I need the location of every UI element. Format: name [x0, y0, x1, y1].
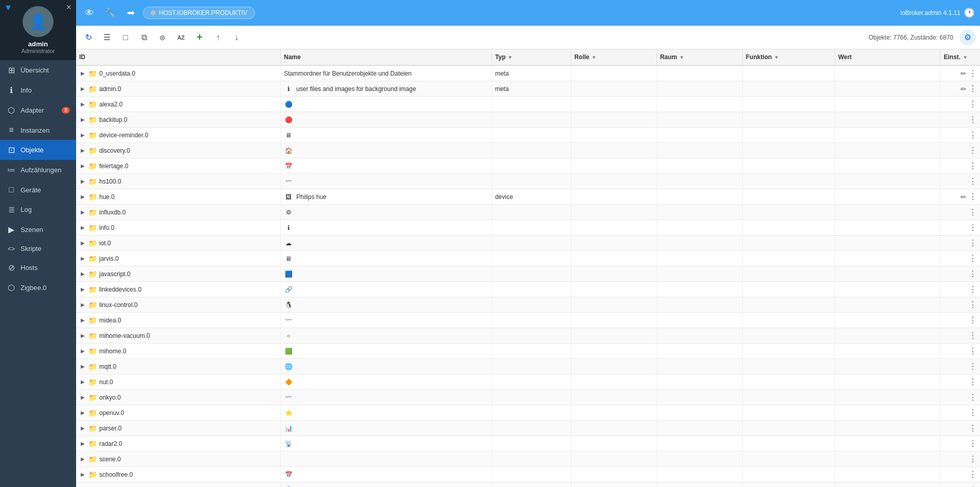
expand-btn[interactable]: ▶	[79, 132, 86, 139]
expand-btn[interactable]: ▶	[79, 286, 86, 293]
sidebar-item-info[interactable]: ℹ Info	[0, 80, 76, 100]
copy-btn[interactable]: ⧉	[136, 29, 152, 46]
expand-btn[interactable]: ▶	[79, 163, 86, 170]
expand-btn[interactable]: ▶	[79, 147, 86, 154]
row-id: linkeddevices.0	[99, 286, 141, 293]
sidebar-item-objekte[interactable]: ⊡ Objekte	[0, 140, 76, 160]
edit-btn[interactable]: ✏	[960, 69, 967, 78]
wrench-icon-btn[interactable]: 🔧	[102, 5, 118, 21]
delete-btn[interactable]: ⋮	[969, 192, 977, 202]
sidebar-label-uebersicht: Übersicht	[21, 66, 49, 74]
delete-btn[interactable]: ⋮	[969, 315, 977, 325]
expand-btn[interactable]: ▶	[79, 270, 86, 278]
add-btn[interactable]: +	[191, 29, 208, 46]
sidebar-item-uebersicht[interactable]: ⊞ Übersicht	[0, 60, 76, 80]
delete-btn[interactable]: ⋮	[969, 392, 977, 402]
expand-btn[interactable]: ▶	[79, 209, 86, 216]
expand-btn[interactable]: ▶	[79, 116, 86, 123]
th-rolle[interactable]: Rolle ▼	[571, 49, 657, 65]
expand-btn[interactable]: ▶	[79, 332, 86, 339]
delete-btn[interactable]: ⋮	[969, 238, 977, 248]
row-raum	[657, 282, 742, 297]
download-btn[interactable]: ↓	[228, 29, 245, 46]
expand-btn[interactable]: ▶	[79, 85, 86, 93]
th-funktion[interactable]: Funktion ▼	[742, 49, 835, 65]
delete-btn[interactable]: ⋮	[969, 99, 977, 109]
delete-btn[interactable]: ⋮	[969, 130, 977, 140]
delete-btn[interactable]: ⋮	[969, 68, 977, 78]
delete-btn[interactable]: ⋮	[969, 84, 977, 94]
topbar-clock-icon[interactable]: 🕐	[964, 7, 975, 19]
sidebar-label-objekte: Objekte	[21, 146, 44, 154]
expand-btn[interactable]: ▶	[79, 425, 86, 432]
sort-az-btn[interactable]: AZ	[173, 29, 189, 46]
delete-btn[interactable]: ⋮	[969, 331, 977, 340]
delete-btn[interactable]: ⋮	[969, 176, 977, 186]
expand-btn[interactable]: ▶	[79, 317, 86, 324]
th-einst[interactable]: Einst. ▼	[940, 49, 980, 65]
host-select-btn[interactable]: HOST.IOBROKER.PRODUKTIV	[143, 7, 255, 19]
delete-btn[interactable]: ⋮	[969, 146, 977, 155]
delete-btn[interactable]: ⋮	[969, 408, 977, 418]
logout-icon-btn[interactable]: ➡	[122, 5, 139, 21]
expand-btn[interactable]: ▶	[79, 456, 86, 463]
expand-btn[interactable]: ▶	[79, 348, 86, 355]
expand-btn[interactable]: ▶	[79, 101, 86, 108]
refresh-btn[interactable]: ↻	[80, 29, 97, 46]
expand-btn[interactable]: ▶	[79, 378, 86, 386]
th-raum[interactable]: Raum ▼	[657, 49, 742, 65]
expand-btn[interactable]: ▶	[79, 70, 86, 77]
sidebar-item-hosts[interactable]: ⊘ Hosts	[0, 258, 76, 278]
table-row: ▶ 📁 alexa2.0 🔵 ⋮	[76, 97, 980, 112]
delete-btn[interactable]: ⋮	[969, 454, 977, 464]
sidebar-item-zigbee[interactable]: ⬡ Zigbee.0	[0, 278, 76, 298]
delete-btn[interactable]: ⋮	[969, 115, 977, 124]
delete-btn[interactable]: ⋮	[969, 300, 977, 310]
expand-btn[interactable]: ▶	[79, 255, 86, 262]
sidebar-item-log[interactable]: ≣ Log	[0, 200, 76, 220]
eye-icon-btn[interactable]: 👁	[81, 5, 98, 21]
delete-btn[interactable]: ⋮	[969, 207, 977, 217]
delete-btn[interactable]: ⋮	[969, 284, 977, 294]
th-typ[interactable]: Typ ▼	[492, 49, 571, 65]
expand-btn[interactable]: ▶	[79, 178, 86, 185]
delete-btn[interactable]: ⋮	[969, 362, 977, 371]
row-funktion	[742, 313, 835, 328]
upload-btn[interactable]: ↑	[210, 29, 226, 46]
delete-btn[interactable]: ⋮	[969, 423, 977, 433]
sidebar-close-btn[interactable]: ✕	[66, 3, 72, 11]
delete-btn[interactable]: ⋮	[969, 254, 977, 263]
expand-btn[interactable]: ▶	[79, 224, 86, 231]
expand-btn[interactable]: ▶	[79, 394, 86, 401]
edit-btn[interactable]: ✏	[960, 193, 967, 201]
sidebar: ▼ ✕ 👤 admin Administrator ⊞ Übersicht ℹ …	[0, 0, 76, 487]
expand-btn[interactable]: ▶	[79, 440, 86, 447]
list-view-btn[interactable]: ☰	[99, 29, 115, 46]
delete-btn[interactable]: ⋮	[969, 377, 977, 387]
sidebar-item-skripte[interactable]: <> Skripte	[0, 240, 76, 258]
delete-btn[interactable]: ⋮	[969, 346, 977, 356]
table-row: ▶ 📁 hue.0 🖼 Philips hue device✏⋮	[76, 189, 980, 205]
expand-btn[interactable]: ▶	[79, 363, 86, 370]
filter-btn[interactable]: ⊛	[154, 29, 171, 46]
expand-btn[interactable]: ▶	[79, 193, 86, 201]
expand-btn[interactable]: ▶	[79, 471, 86, 478]
sidebar-item-adapter[interactable]: ⬡ Adapter 8	[0, 100, 76, 120]
expand-btn[interactable]: ▶	[79, 301, 86, 309]
delete-btn[interactable]: ⋮	[969, 269, 977, 279]
delete-btn[interactable]: ⋮	[969, 161, 977, 171]
grid-view-btn[interactable]: □	[117, 29, 134, 46]
sidebar-item-instanzen[interactable]: ≡ Instanzen	[0, 120, 76, 140]
delete-btn[interactable]: ⋮	[969, 223, 977, 232]
sidebar-item-aufzaehlungen[interactable]: ≔ Aufzählungen	[0, 160, 76, 180]
edit-btn[interactable]: ✏	[960, 85, 967, 93]
expand-btn[interactable]: ▶	[79, 240, 86, 247]
expand-btn[interactable]: ▶	[79, 409, 86, 417]
delete-btn[interactable]: ⋮	[969, 439, 977, 448]
host-label: HOST.IOBROKER.PRODUKTIV	[159, 9, 247, 16]
sidebar-item-szenen[interactable]: ▶ Szenen	[0, 220, 76, 240]
sidebar-item-geraete[interactable]: □ Geräte	[0, 180, 76, 200]
column-settings-btn[interactable]: ⚙	[959, 29, 976, 46]
delete-btn[interactable]: ⋮	[969, 470, 977, 479]
delete-btn[interactable]: ⋮	[969, 485, 977, 487]
